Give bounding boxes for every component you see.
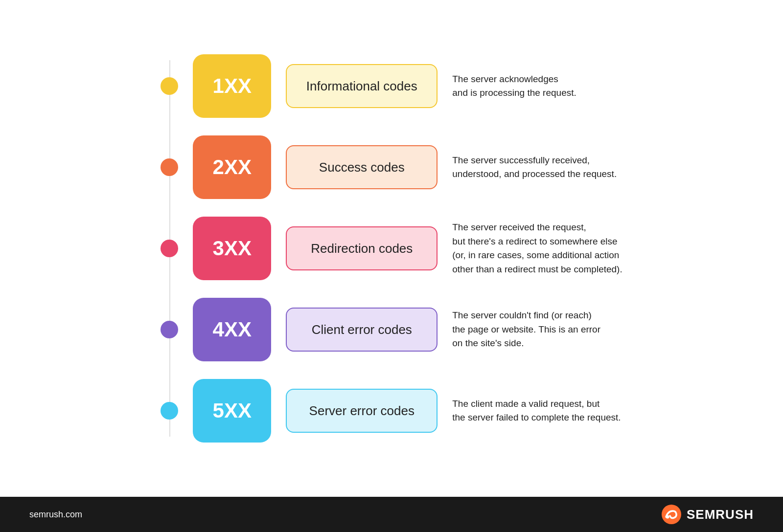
dot-3xx (161, 240, 178, 257)
row-2xx: 2XXSuccess codesThe server successfully … (161, 127, 622, 208)
semrush-icon (661, 504, 682, 525)
row-4xx: 4XXClient error codesThe server couldn't… (161, 289, 622, 370)
dot-2xx (161, 158, 178, 176)
svg-point-0 (662, 505, 681, 524)
code-box-1xx: 1XX (193, 54, 271, 118)
row-1xx: 1XXInformational codesThe server acknowl… (161, 45, 622, 127)
row-3xx: 3XXRedirection codesThe server received … (161, 208, 622, 289)
label-box-1xx: Informational codes (286, 64, 438, 108)
code-box-3xx: 3XX (193, 217, 271, 280)
label-box-5xx: Server error codes (286, 389, 438, 433)
footer: semrush.com SEMRUSH (0, 497, 783, 532)
code-box-2xx: 2XX (193, 135, 271, 199)
semrush-brand-text: SEMRUSH (687, 507, 754, 522)
dot-4xx (161, 321, 178, 338)
description-5xx: The client made a valid request, but the… (452, 397, 621, 425)
semrush-logo: SEMRUSH (661, 504, 754, 525)
code-box-4xx: 4XX (193, 298, 271, 361)
svg-point-1 (666, 515, 669, 519)
description-4xx: The server couldn't find (or reach) the … (452, 309, 600, 351)
row-5xx: 5XXServer error codesThe client made a v… (161, 370, 622, 451)
description-3xx: The server received the request, but the… (452, 221, 622, 276)
description-1xx: The server acknowledges and is processin… (452, 72, 576, 100)
dot-5xx (161, 402, 178, 420)
main-content: 1XXInformational codesThe server acknowl… (0, 0, 783, 497)
footer-url: semrush.com (29, 510, 82, 520)
description-2xx: The server successfully received, unders… (452, 154, 617, 181)
diagram: 1XXInformational codesThe server acknowl… (161, 45, 622, 451)
code-box-5xx: 5XX (193, 379, 271, 443)
label-box-3xx: Redirection codes (286, 226, 438, 270)
label-box-2xx: Success codes (286, 145, 438, 189)
label-box-4xx: Client error codes (286, 308, 438, 352)
dot-1xx (161, 77, 178, 95)
